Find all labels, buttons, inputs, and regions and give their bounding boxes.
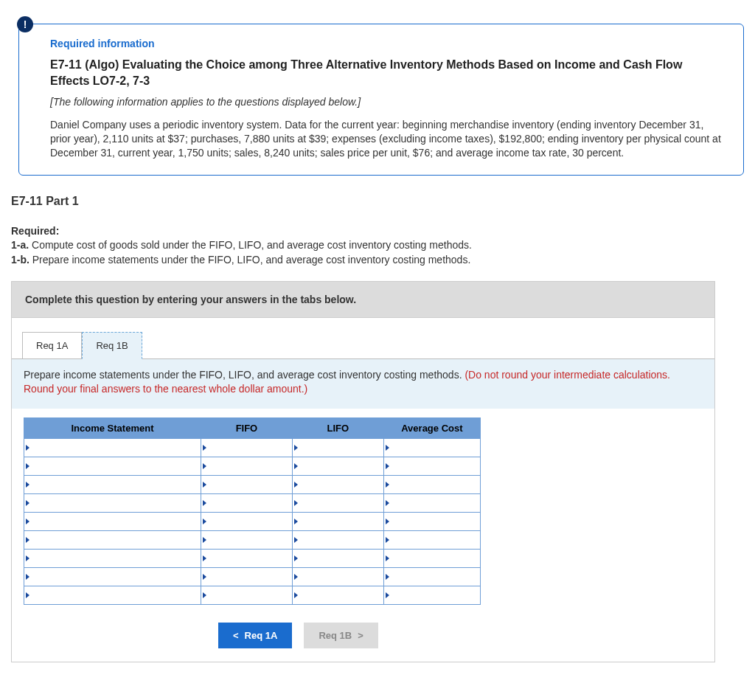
value-input[interactable]	[293, 550, 383, 567]
row-label-input[interactable]	[24, 513, 201, 530]
req-1a-label: 1-a.	[11, 239, 29, 251]
value-input[interactable]	[384, 568, 480, 586]
value-cell[interactable]	[383, 439, 480, 457]
value-input[interactable]	[384, 531, 480, 549]
value-input[interactable]	[201, 494, 292, 512]
value-cell[interactable]	[201, 494, 293, 513]
directions-main: Prepare income statements under the FIFO…	[24, 369, 465, 381]
row-label-cell[interactable]	[24, 476, 201, 494]
value-input[interactable]	[201, 457, 292, 475]
dropdown-triangle-icon	[26, 519, 29, 524]
value-input[interactable]	[384, 513, 480, 530]
value-cell[interactable]	[292, 457, 383, 476]
value-cell[interactable]	[383, 513, 480, 531]
value-input[interactable]	[384, 476, 480, 493]
dropdown-triangle-icon	[203, 500, 206, 506]
value-cell[interactable]	[292, 476, 383, 494]
row-label-input[interactable]	[24, 531, 201, 549]
applies-note: [The following information applies to th…	[50, 96, 721, 108]
value-input[interactable]	[201, 531, 292, 549]
row-label-input[interactable]	[24, 494, 201, 512]
value-cell[interactable]	[383, 586, 480, 605]
value-cell[interactable]	[292, 439, 383, 457]
value-input[interactable]	[293, 568, 383, 586]
value-input[interactable]	[384, 439, 480, 457]
value-cell[interactable]	[292, 550, 383, 568]
row-label-cell[interactable]	[24, 494, 201, 513]
row-label-cell[interactable]	[24, 457, 201, 476]
value-cell[interactable]	[383, 531, 480, 550]
row-label-input[interactable]	[24, 439, 201, 457]
value-cell[interactable]	[201, 457, 293, 476]
value-cell[interactable]	[201, 550, 293, 568]
value-input[interactable]	[384, 586, 480, 604]
value-input[interactable]	[293, 476, 383, 493]
value-cell[interactable]	[383, 457, 480, 476]
dropdown-triangle-icon	[203, 574, 206, 580]
dropdown-triangle-icon	[294, 500, 298, 506]
value-cell[interactable]	[201, 531, 293, 550]
value-input[interactable]	[384, 457, 480, 475]
value-input[interactable]	[201, 586, 292, 604]
value-input[interactable]	[201, 568, 292, 586]
dropdown-triangle-icon	[294, 519, 298, 524]
row-label-cell[interactable]	[24, 531, 201, 550]
value-cell[interactable]	[292, 494, 383, 513]
value-cell[interactable]	[201, 439, 293, 457]
chevron-left-icon: <	[233, 630, 239, 641]
row-label-cell[interactable]	[24, 550, 201, 568]
tab-req-1b[interactable]: Req 1B	[82, 332, 142, 359]
value-cell[interactable]	[201, 586, 293, 605]
value-cell[interactable]	[292, 568, 383, 586]
row-label-input[interactable]	[24, 550, 201, 567]
value-cell[interactable]	[383, 494, 480, 513]
row-label-input[interactable]	[24, 586, 201, 604]
col-lifo: LIFO	[292, 418, 383, 439]
table-row	[24, 476, 481, 494]
value-cell[interactable]	[201, 513, 293, 531]
dropdown-triangle-icon	[386, 555, 389, 561]
value-cell[interactable]	[292, 531, 383, 550]
dropdown-triangle-icon	[203, 482, 206, 488]
dropdown-triangle-icon	[26, 574, 29, 580]
value-input[interactable]	[293, 513, 383, 530]
value-input[interactable]	[293, 494, 383, 512]
value-input[interactable]	[293, 439, 383, 457]
value-cell[interactable]	[383, 568, 480, 586]
table-row	[24, 586, 481, 605]
row-label-input[interactable]	[24, 568, 201, 586]
row-label-cell[interactable]	[24, 513, 201, 531]
row-label-cell[interactable]	[24, 568, 201, 586]
value-input[interactable]	[384, 494, 480, 512]
next-button-label: Req 1B	[319, 630, 352, 641]
value-cell[interactable]	[201, 568, 293, 586]
tabs-row: Req 1A Req 1B	[12, 318, 714, 358]
req-1b-label: 1-b.	[11, 254, 29, 266]
dropdown-triangle-icon	[294, 555, 298, 561]
value-input[interactable]	[201, 476, 292, 493]
next-button[interactable]: Req 1B >	[304, 623, 378, 648]
row-label-input[interactable]	[24, 476, 201, 493]
value-input[interactable]	[293, 531, 383, 549]
value-input[interactable]	[293, 457, 383, 475]
row-label-input[interactable]	[24, 457, 201, 475]
value-input[interactable]	[293, 586, 383, 604]
tab-req-1a[interactable]: Req 1A	[22, 332, 82, 359]
dropdown-triangle-icon	[26, 537, 29, 543]
value-cell[interactable]	[383, 550, 480, 568]
row-label-cell[interactable]	[24, 439, 201, 457]
value-input[interactable]	[384, 550, 480, 567]
dropdown-triangle-icon	[294, 482, 298, 488]
value-input[interactable]	[201, 513, 292, 530]
dropdown-triangle-icon	[26, 500, 29, 506]
prev-button[interactable]: < Req 1A	[218, 623, 292, 648]
value-input[interactable]	[201, 550, 292, 567]
required-block: Required: 1-a. Compute cost of goods sol…	[11, 224, 744, 268]
value-input[interactable]	[201, 439, 292, 457]
row-label-cell[interactable]	[24, 586, 201, 605]
value-cell[interactable]	[383, 476, 480, 494]
value-cell[interactable]	[201, 476, 293, 494]
value-cell[interactable]	[292, 586, 383, 605]
value-cell[interactable]	[292, 513, 383, 531]
exercise-title: E7-11 (Algo) Evaluating the Choice among…	[50, 57, 721, 89]
